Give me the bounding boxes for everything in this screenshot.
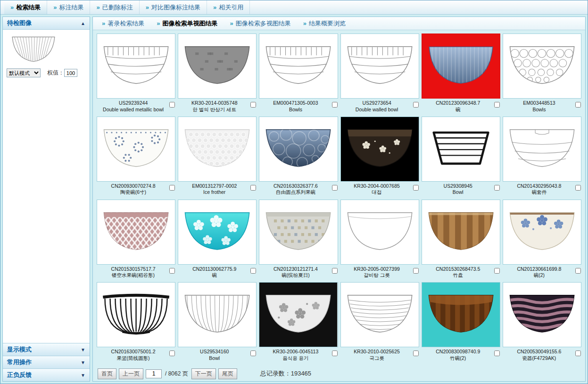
result-image[interactable] <box>422 200 500 265</box>
result-checkbox[interactable] <box>575 351 581 356</box>
result-card: US29239244Double walled metallic bowl <box>97 33 175 114</box>
result-checkbox[interactable] <box>332 268 338 274</box>
result-checkbox[interactable] <box>413 268 419 274</box>
top-tab-4[interactable]: »对比图像标注结果 <box>140 0 207 14</box>
bowl-graphic <box>178 117 256 181</box>
top-tab-3[interactable]: »已删除标注 <box>90 0 139 14</box>
weight-label: 权值： <box>47 69 64 77</box>
result-card: KR30-2010-0025625국그릇 <box>340 282 419 363</box>
result-checkbox[interactable] <box>494 102 500 108</box>
results-area: »著录检索结果»图像检索单视图结果»图像检索多视图结果»结果概要浏览 US292… <box>92 17 586 382</box>
result-tab-2[interactable]: »图像检索单视图结果 <box>150 19 224 28</box>
top-tab-label: 相关引用 <box>219 3 243 12</box>
first-page-button[interactable]: 首页 <box>98 368 116 379</box>
result-image[interactable] <box>178 117 257 182</box>
result-checkbox[interactable] <box>169 185 175 191</box>
result-checkbox[interactable] <box>332 185 338 191</box>
result-checkbox[interactable] <box>413 185 419 191</box>
result-image[interactable] <box>259 282 338 347</box>
result-image[interactable] <box>97 282 175 347</box>
query-image-panel-header[interactable]: 待检图像 ▲ <box>3 17 90 30</box>
result-tab-3[interactable]: »图像检索多视图结果 <box>224 19 297 28</box>
prev-page-button[interactable]: 上一页 <box>119 368 143 379</box>
result-checkbox[interactable] <box>169 351 175 356</box>
result-image[interactable] <box>97 117 175 182</box>
sidebar-panel-title: 正负反馈 <box>7 371 32 379</box>
sidebar-panel-2[interactable]: 常用操作▼ <box>3 356 90 368</box>
result-name: 대접 <box>342 189 412 196</box>
result-card: KR30-2005-0027399갈비탕 그릇 <box>340 200 419 280</box>
result-image[interactable] <box>503 282 581 347</box>
result-image[interactable] <box>340 33 419 99</box>
result-image[interactable] <box>503 33 581 99</box>
result-checkbox[interactable] <box>250 102 256 108</box>
last-page-button[interactable]: 尾页 <box>218 368 237 379</box>
result-tab-1[interactable]: »著录检索结果 <box>96 19 150 28</box>
result-image[interactable] <box>178 33 257 99</box>
result-checkbox[interactable] <box>575 185 581 191</box>
result-id: EM001312797-0002 <box>180 183 249 190</box>
result-image[interactable] <box>259 200 338 265</box>
collapse-up-icon[interactable]: ▲ <box>81 21 85 26</box>
result-checkbox[interactable] <box>250 185 256 191</box>
result-name: Bowls <box>505 107 574 113</box>
result-checkbox[interactable] <box>494 185 500 191</box>
result-checkbox[interactable] <box>332 102 338 108</box>
result-caption: CN201530157517.7镂空水果碗(稻谷形) <box>97 265 175 279</box>
result-caption: CN201430295043.8碗套件 <box>503 182 581 196</box>
result-image[interactable] <box>178 200 257 265</box>
result-card: CN201530157517.7镂空水果碗(稻谷形) <box>97 200 175 280</box>
result-checkbox[interactable] <box>413 351 419 356</box>
bowl-graphic <box>259 283 337 347</box>
sidebar-panel-3[interactable]: 正负反馈▼ <box>3 368 90 381</box>
result-image[interactable] <box>422 282 500 347</box>
result-image[interactable] <box>422 117 500 182</box>
result-caption: CN201230121271.4碗(缤纷夏日) <box>259 265 338 279</box>
result-card: CN200530049155.6瓷器(F4729AK) <box>503 282 581 363</box>
result-name: 碗(2) <box>505 272 574 279</box>
result-image[interactable] <box>503 200 581 265</box>
result-name: 自由圆点系列果碗 <box>261 189 330 196</box>
top-tab-5[interactable]: »相关引用 <box>207 0 250 14</box>
result-image[interactable] <box>97 200 175 265</box>
bowl-graphic <box>422 283 500 347</box>
result-image[interactable] <box>340 200 419 265</box>
result-checkbox[interactable] <box>494 268 500 274</box>
bowl-graphic <box>422 34 499 98</box>
next-page-button[interactable]: 下一页 <box>191 368 216 379</box>
bowl-graphic <box>503 34 581 98</box>
result-image[interactable] <box>259 33 338 99</box>
result-caption: CN201130062775.9碗 <box>178 265 257 279</box>
bowl-graphic <box>97 200 175 264</box>
result-checkbox[interactable] <box>494 351 500 356</box>
result-image[interactable] <box>178 282 257 347</box>
result-checkbox[interactable] <box>250 268 256 274</box>
result-caption: EM000471305-0003Bowls <box>259 99 338 113</box>
result-caption: KR30-2010-0025625국그릇 <box>340 347 419 361</box>
top-tab-2[interactable]: »标注结果 <box>47 0 90 14</box>
mode-select[interactable]: 默认模式 <box>7 68 41 77</box>
result-checkbox[interactable] <box>169 102 175 108</box>
result-image[interactable] <box>259 117 338 182</box>
result-checkbox[interactable] <box>332 351 338 356</box>
result-checkbox[interactable] <box>575 268 581 274</box>
result-image[interactable] <box>422 33 500 99</box>
result-checkbox[interactable] <box>413 102 419 108</box>
top-tab-1[interactable]: »检索结果 <box>4 0 47 14</box>
result-image[interactable] <box>340 282 419 347</box>
result-checkbox[interactable] <box>169 268 175 274</box>
sidebar-panel-1[interactable]: 显示模式▼ <box>3 343 90 356</box>
result-checkbox[interactable] <box>250 351 256 356</box>
page-number-input[interactable] <box>146 369 162 378</box>
result-image[interactable] <box>340 117 419 182</box>
result-caption: KR30-2014-0035748한 벌의 반상기 세트 <box>178 99 257 113</box>
result-caption: CN201530268473.5竹盘 <box>422 265 500 279</box>
result-card: EM003448513Bowls <box>503 33 581 114</box>
weight-input[interactable] <box>64 69 77 77</box>
result-checkbox[interactable] <box>575 102 581 108</box>
result-image[interactable] <box>503 117 581 182</box>
result-name: 碗(缤纷夏日) <box>261 272 330 279</box>
result-caption: CN200830098740.9竹碗(2) <box>422 347 500 361</box>
result-image[interactable] <box>97 33 175 99</box>
result-tab-4[interactable]: »结果概要浏览 <box>297 19 352 28</box>
